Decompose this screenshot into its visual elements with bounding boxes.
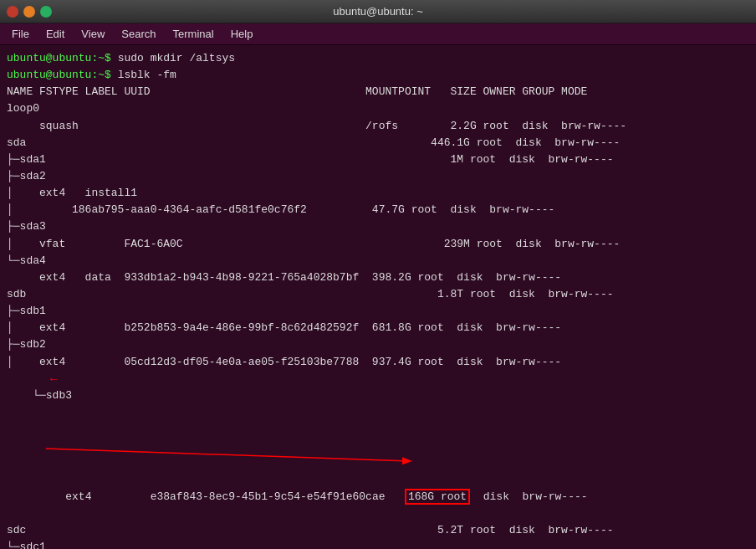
titlebar: ubuntu@ubuntu: ~ — [0, 0, 756, 23]
cmd-line-2: ubuntu@ubuntu:~$ lsblk -fm — [7, 67, 749, 84]
highlighted-size: 168G root — [405, 489, 470, 505]
menu-file[interactable]: File — [3, 26, 38, 42]
menubar: File Edit View Search Terminal Help — [0, 23, 756, 45]
terminal-content[interactable]: ubuntu@ubuntu:~$ sudo mkdir /altsys ubun… — [0, 45, 756, 549]
sda3-line: ├─sda3 — [7, 218, 749, 235]
sdb2-ext4-line: │ ext4 05cd12d3-df05-4e0a-ae05-f25103be7… — [7, 354, 749, 371]
sdc-line: sdc 5.2T root disk brw-rw---- — [7, 522, 749, 539]
sdb3-line: └─sdb3 ← — [7, 371, 749, 472]
minimize-button[interactable] — [23, 6, 35, 18]
menu-search[interactable]: Search — [113, 26, 164, 42]
sda2-ext4-line: │ ext4 install1 — [7, 185, 749, 202]
menu-help[interactable]: Help — [222, 26, 262, 42]
sdc1-line: └─sdc1 — [7, 539, 749, 549]
sda3-vfat-line: │ vfat FAC1-6A0C 239M root disk brw-rw--… — [7, 236, 749, 253]
sdb1-ext4-line: │ ext4 b252b853-9a4e-486e-99bf-8c62d4825… — [7, 320, 749, 336]
sda4-ext4-line: ext4 data 933db1a2-b943-4b98-9221-765a40… — [7, 269, 749, 286]
window-title: ubuntu@ubuntu: ~ — [57, 5, 699, 18]
close-button[interactable] — [7, 6, 18, 18]
sdb2-line: ├─sdb2 — [7, 336, 749, 353]
sdb1-line: ├─sdb1 — [7, 303, 749, 320]
menu-terminal[interactable]: Terminal — [165, 26, 222, 42]
cmd-line-1: ubuntu@ubuntu:~$ sudo mkdir /altsys — [7, 50, 749, 67]
sdb-line: sdb 1.8T root disk brw-rw---- — [7, 286, 749, 303]
sda2-uuid-line: │ 186ab795-aaa0-4364-aafc-d581fe0c76f2 4… — [7, 202, 749, 218]
sda4-line: └─sda4 — [7, 253, 749, 269]
maximize-button[interactable] — [40, 6, 52, 18]
loop0-line: loop0 — [7, 100, 749, 117]
sdb3-ext4-line: ext4 e38af843-8ec9-45b1-9c54-e54f91e60ca… — [7, 472, 749, 522]
menu-edit[interactable]: Edit — [38, 26, 73, 42]
sda1-line: ├─sda1 1M root disk brw-rw---- — [7, 151, 749, 168]
sda2-line: ├─sda2 — [7, 168, 749, 185]
squash-line: squash /rofs 2.2G root disk brw-rw---- — [7, 118, 749, 135]
header-line: NAME FSTYPE LABEL UUID MOUNTPOINT SIZE O… — [7, 84, 749, 100]
menu-view[interactable]: View — [73, 26, 113, 42]
sda-line: sda 446.1G root disk brw-rw---- — [7, 135, 749, 151]
